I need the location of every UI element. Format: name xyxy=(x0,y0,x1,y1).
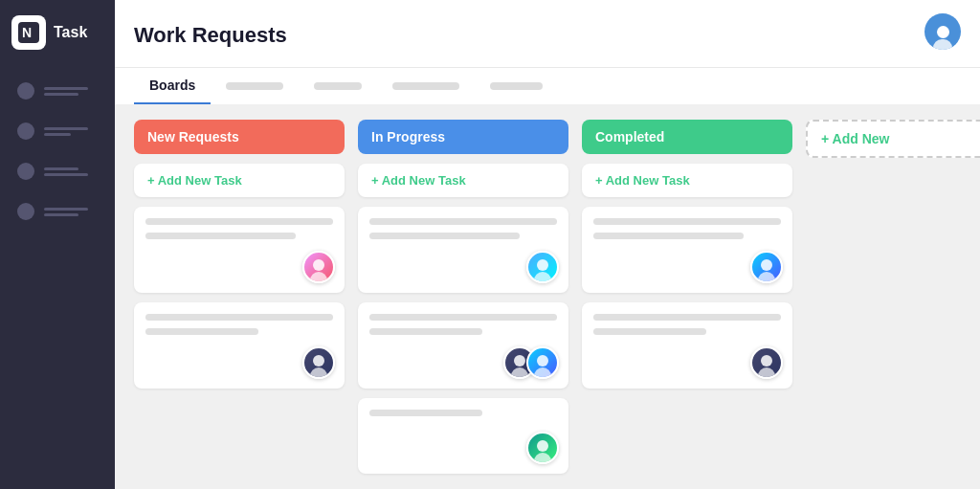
add-task-completed[interactable]: + Add New Task xyxy=(582,164,792,197)
header: Work Requests xyxy=(115,0,980,68)
sidebar-item-3[interactable] xyxy=(11,153,103,189)
add-task-new-requests[interactable]: + Add New Task xyxy=(134,164,345,197)
card-line xyxy=(593,328,706,335)
nav-lines-4 xyxy=(44,208,88,216)
tab-placeholder-2 xyxy=(226,82,283,90)
sidebar: N Task xyxy=(0,0,115,489)
column-in-progress: In Progress + Add New Task xyxy=(358,120,568,474)
card-avatar-teal2 xyxy=(750,251,783,283)
tab-placeholder-3 xyxy=(314,82,362,90)
card-in-progress-2[interactable] xyxy=(358,302,568,389)
card-line xyxy=(145,314,333,321)
card-line xyxy=(145,218,333,225)
card-line xyxy=(593,218,781,225)
nav-icon-4 xyxy=(17,203,34,220)
main-content: Work Requests Boards xyxy=(115,0,980,489)
add-new-column: + Add New xyxy=(806,120,980,474)
svg-text:N: N xyxy=(22,25,32,40)
column-new-requests: New Requests + Add New Task xyxy=(134,120,345,474)
user-avatar[interactable] xyxy=(924,13,961,50)
tab-4[interactable] xyxy=(377,68,475,104)
logo[interactable]: N Task xyxy=(11,15,103,50)
nav-lines-2 xyxy=(44,127,88,136)
page-title: Work Requests xyxy=(134,23,287,57)
nav-icon-3 xyxy=(17,163,34,180)
tab-placeholder-5 xyxy=(490,82,543,90)
card-in-progress-1[interactable] xyxy=(358,207,568,293)
card-line xyxy=(145,328,258,335)
logo-icon: N xyxy=(11,15,46,50)
board-area: New Requests + Add New Task xyxy=(115,104,980,489)
card-avatar-teal xyxy=(526,346,559,379)
card-line xyxy=(369,314,557,321)
card-avatar-dark3 xyxy=(750,346,783,379)
nav-lines-1 xyxy=(44,87,88,96)
card-completed-2[interactable] xyxy=(582,302,792,389)
tab-placeholder-4 xyxy=(392,82,459,90)
tab-boards[interactable]: Boards xyxy=(134,68,211,104)
tabs-bar: Boards xyxy=(115,68,980,104)
card-new-requests-2[interactable] xyxy=(134,302,345,389)
card-in-progress-3[interactable] xyxy=(358,398,568,474)
card-line xyxy=(593,314,781,321)
card-avatar-green-dark xyxy=(526,432,559,464)
column-header-in-progress: In Progress xyxy=(358,120,568,154)
sidebar-item-1[interactable] xyxy=(11,73,103,109)
card-line xyxy=(145,233,296,239)
sidebar-item-2[interactable] xyxy=(11,113,103,149)
nav-icon-2 xyxy=(17,122,34,140)
card-new-requests-1[interactable] xyxy=(134,207,345,293)
column-completed: Completed + Add New Task xyxy=(582,120,792,474)
tab-5[interactable] xyxy=(475,68,558,104)
card-line xyxy=(369,218,557,225)
card-line xyxy=(369,233,520,239)
sidebar-item-4[interactable] xyxy=(11,193,103,230)
tab-2[interactable] xyxy=(211,68,299,104)
nav-lines-3 xyxy=(44,167,88,176)
logo-text: Task xyxy=(54,24,87,41)
card-line xyxy=(593,233,744,239)
nav-icon-1 xyxy=(17,82,34,100)
card-completed-1[interactable] xyxy=(582,207,792,293)
card-avatar-pink xyxy=(302,251,335,283)
tab-3[interactable] xyxy=(299,68,377,104)
card-line xyxy=(369,328,482,335)
card-avatar-dark xyxy=(302,346,335,379)
card-line xyxy=(369,410,482,416)
add-new-button[interactable]: + Add New xyxy=(806,120,980,158)
column-header-completed: Completed xyxy=(582,120,792,154)
column-header-new-requests: New Requests xyxy=(134,120,345,154)
add-task-in-progress[interactable]: + Add New Task xyxy=(358,164,568,197)
card-avatars-group xyxy=(503,346,559,379)
card-avatar-blue xyxy=(526,251,559,283)
header-right xyxy=(924,13,961,67)
